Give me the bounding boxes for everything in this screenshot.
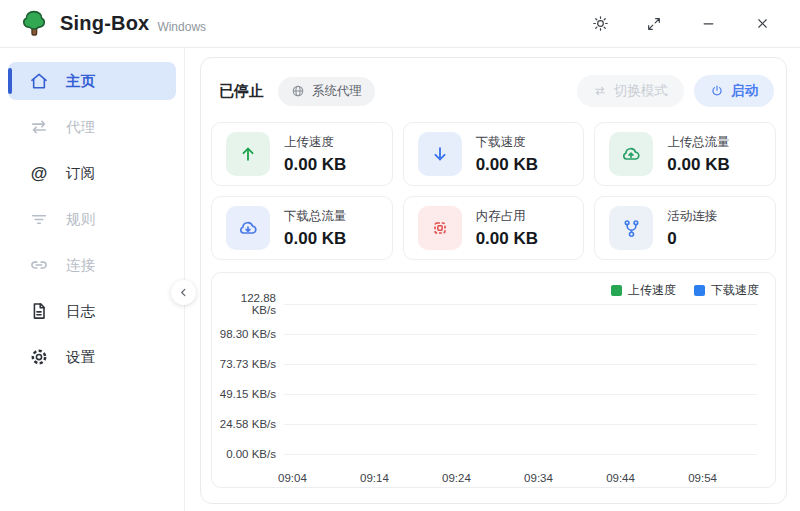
- at-sign-icon: @: [28, 162, 50, 184]
- stat-text: 下载总流量 0.00 KB: [284, 208, 347, 249]
- legend-item-download: 下载速度: [694, 282, 759, 299]
- theme-toggle-sun-icon[interactable]: [590, 14, 610, 34]
- proxy-mode-label: 系统代理: [312, 83, 362, 100]
- y-axis-tick: 49.15 KB/s: [218, 388, 284, 400]
- stat-label: 内存占用: [476, 208, 538, 225]
- sidebar-item-label: 日志: [66, 302, 95, 321]
- window-controls: [590, 14, 800, 34]
- legend-label: 下载速度: [711, 282, 759, 299]
- x-axis-tick: 09:54: [688, 472, 717, 484]
- status-header: 已停止 系统代理 切换模式: [201, 58, 786, 116]
- network-branch-icon: [609, 206, 653, 250]
- start-button[interactable]: 启动: [694, 75, 774, 107]
- grid-row: 98.30 KB/s: [218, 319, 765, 349]
- core-status-text: 已停止: [219, 82, 264, 101]
- x-axis-tick: 09:24: [442, 472, 471, 484]
- cloud-download-icon: [226, 206, 270, 250]
- document-icon: [28, 300, 50, 322]
- grid-row: 49.15 KB/s: [218, 379, 765, 409]
- legend-swatch-upload: [611, 285, 622, 296]
- arrow-down-icon: [418, 132, 462, 176]
- x-axis: 09:04 09:14 09:24 09:34 09:44 09:54: [218, 469, 765, 484]
- x-axis-tick: 09:44: [606, 472, 635, 484]
- stat-text: 上传总流量 0.00 KB: [667, 134, 730, 175]
- memory-chip-icon: [418, 206, 462, 250]
- x-axis-tick: 09:14: [360, 472, 389, 484]
- sidebar-item-rules[interactable]: 规则: [8, 200, 176, 238]
- sidebar-item-proxy[interactable]: 代理: [8, 108, 176, 146]
- stats-grid: 上传速度 0.00 KB 下载速度 0.00 KB 上传总流量 0: [201, 116, 786, 260]
- stat-card-download-speed: 下载速度 0.00 KB: [403, 122, 585, 186]
- traffic-chart: 上传速度 下载速度 122.88 KB/s 98.30 KB/s 73.73 K…: [211, 272, 776, 488]
- stat-label: 下载速度: [476, 134, 538, 151]
- link-icon: [28, 254, 50, 276]
- swap-icon: [593, 84, 607, 98]
- sidebar: 主页 代理 @ 订阅 规则 连接: [0, 48, 185, 511]
- y-axis-tick: 0.00 KB/s: [218, 448, 284, 460]
- app-title: Sing-Box: [60, 12, 149, 35]
- stat-value: 0.00 KB: [284, 229, 347, 249]
- titlebar: Sing-Box Windows: [0, 0, 800, 48]
- globe-icon: [291, 84, 305, 98]
- gridline: [284, 424, 757, 425]
- sidebar-item-label: 连接: [66, 256, 95, 275]
- gridline: [284, 304, 757, 305]
- grid-row: 73.73 KB/s: [218, 349, 765, 379]
- app-logo-tree-icon: [20, 8, 50, 40]
- start-label: 启动: [731, 82, 758, 100]
- sidebar-item-settings[interactable]: 设置: [8, 338, 176, 376]
- fullscreen-icon[interactable]: [644, 14, 664, 34]
- gridline: [284, 334, 757, 335]
- gridline: [284, 394, 757, 395]
- switch-mode-label: 切换模式: [614, 82, 668, 100]
- legend-label: 上传速度: [628, 282, 676, 299]
- sidebar-item-label: 主页: [66, 72, 95, 91]
- grid-row: 24.58 KB/s: [218, 409, 765, 439]
- sidebar-item-label: 代理: [66, 118, 95, 137]
- stat-label: 上传总流量: [667, 134, 730, 151]
- main-panel: 已停止 系统代理 切换模式: [200, 57, 787, 504]
- stat-card-active-connections: 活动连接 0: [594, 196, 776, 260]
- stat-value: 0.00 KB: [476, 229, 538, 249]
- stat-text: 上传速度 0.00 KB: [284, 134, 346, 175]
- stat-label: 下载总流量: [284, 208, 347, 225]
- close-icon[interactable]: [752, 14, 772, 34]
- y-axis-tick: 24.58 KB/s: [218, 418, 284, 430]
- active-indicator: [8, 68, 12, 94]
- arrow-up-icon: [226, 132, 270, 176]
- legend-swatch-download: [694, 285, 705, 296]
- stat-card-total-upload: 上传总流量 0.00 KB: [594, 122, 776, 186]
- chart-plot-area: 122.88 KB/s 98.30 KB/s 73.73 KB/s 49.15 …: [218, 289, 765, 469]
- stat-card-upload-speed: 上传速度 0.00 KB: [211, 122, 393, 186]
- gear-icon: [28, 346, 50, 368]
- gridline: [284, 364, 757, 365]
- stat-text: 活动连接 0: [667, 208, 717, 249]
- proxy-mode-badge[interactable]: 系统代理: [278, 77, 375, 106]
- sidebar-collapse-button[interactable]: [171, 280, 196, 305]
- power-icon: [710, 84, 724, 98]
- stat-card-total-download: 下载总流量 0.00 KB: [211, 196, 393, 260]
- y-axis-tick: 73.73 KB/s: [218, 358, 284, 370]
- sidebar-item-home[interactable]: 主页: [8, 62, 176, 100]
- stat-label: 活动连接: [667, 208, 717, 225]
- sidebar-item-label: 订阅: [66, 164, 95, 183]
- cloud-upload-icon: [609, 132, 653, 176]
- x-axis-tick: 09:34: [524, 472, 553, 484]
- stat-label: 上传速度: [284, 134, 346, 151]
- sidebar-item-label: 设置: [66, 348, 95, 367]
- x-axis-tick: 09:04: [278, 472, 307, 484]
- sidebar-item-logs[interactable]: 日志: [8, 292, 176, 330]
- minimize-icon[interactable]: [698, 14, 718, 34]
- stat-text: 下载速度 0.00 KB: [476, 134, 538, 175]
- sidebar-item-label: 规则: [66, 210, 95, 229]
- app-subtitle: Windows: [157, 20, 206, 34]
- chart-legend: 上传速度 下载速度: [611, 282, 759, 299]
- sidebar-item-connections[interactable]: 连接: [8, 246, 176, 284]
- grid-row: 0.00 KB/s: [218, 439, 765, 469]
- y-axis-tick: 122.88 KB/s: [218, 292, 284, 316]
- stat-value: 0: [667, 229, 717, 249]
- switch-mode-button[interactable]: 切换模式: [577, 75, 684, 107]
- home-icon: [28, 70, 50, 92]
- y-axis-tick: 98.30 KB/s: [218, 328, 284, 340]
- sidebar-item-subscription[interactable]: @ 订阅: [8, 154, 176, 192]
